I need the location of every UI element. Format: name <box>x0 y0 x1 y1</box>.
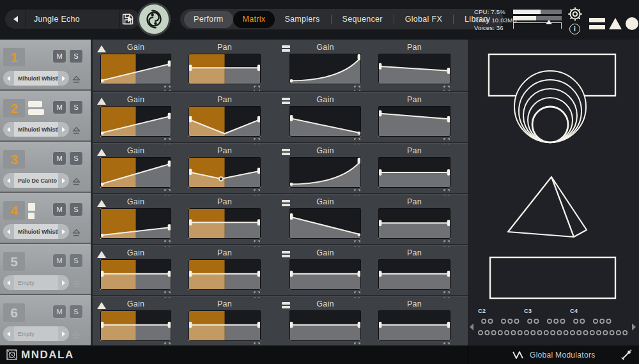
next-sample-arrow-icon[interactable] <box>58 71 69 86</box>
output-meters[interactable] <box>513 10 562 29</box>
solo-button[interactable]: S <box>69 254 83 268</box>
ram-stat: RAM: 10.03MB <box>474 17 517 25</box>
gain-curve-cell[interactable] <box>289 310 361 341</box>
preset-name-field[interactable]: Jungle Echo <box>26 10 119 29</box>
tab-matrix[interactable]: Matrix <box>233 11 275 28</box>
gain-curve-cell[interactable] <box>100 157 171 188</box>
prev-sample-arrow-icon[interactable] <box>3 275 14 290</box>
pan-label: Pan <box>378 146 450 155</box>
mute-button[interactable]: M <box>52 49 66 63</box>
pan-curve-cell[interactable] <box>189 106 261 137</box>
slot-preset-selector[interactable]: Empty <box>3 326 69 341</box>
gain-curve-cell[interactable] <box>289 106 361 137</box>
tab-sequencer[interactable]: Sequencer <box>333 11 392 28</box>
tab-separator <box>331 15 332 24</box>
pan-label: Pan <box>378 197 450 206</box>
gain-curve-cell[interactable] <box>100 54 171 84</box>
gain-curve-cell[interactable] <box>100 208 171 239</box>
save-preset-icon[interactable] <box>121 13 134 28</box>
pan-label: Pan <box>189 146 261 155</box>
pan-curve-cell[interactable] <box>378 106 450 137</box>
modulation-matrix: GainPanGainPanGainPanGainPanGainPanGainP… <box>93 40 468 345</box>
eject-icon[interactable] <box>72 75 81 86</box>
pan-label: Pan <box>189 95 261 104</box>
mute-button[interactable]: M <box>52 100 66 114</box>
mute-button[interactable]: M <box>52 202 66 216</box>
pan-curve-cell[interactable] <box>378 208 450 239</box>
gain-curve-cell[interactable] <box>289 259 361 290</box>
pan-curve-cell[interactable] <box>189 208 261 239</box>
range-marker-icon[interactable] <box>546 20 552 24</box>
gain-curve-cell[interactable] <box>289 157 361 188</box>
pan-curve-cell[interactable] <box>378 54 450 84</box>
gain-label: Gain <box>289 248 361 257</box>
solo-button[interactable]: S <box>69 49 83 63</box>
sampler-slot-6: 6MSEmpty <box>0 295 91 346</box>
cpu-stat: CPU: 7.5% <box>474 8 517 17</box>
pan-curve-cell[interactable] <box>378 259 450 290</box>
eject-icon[interactable] <box>72 279 81 291</box>
prev-sample-arrow-icon[interactable] <box>3 122 14 137</box>
solo-button[interactable]: S <box>69 100 83 114</box>
gain-curve-cell[interactable] <box>289 208 361 239</box>
info-icon[interactable]: i <box>569 24 580 34</box>
slot-number: 5 <box>3 252 25 271</box>
solo-button[interactable]: S <box>69 202 83 216</box>
matrix-row-3: GainPanGainPan <box>93 142 468 193</box>
prev-sample-arrow-icon[interactable] <box>3 224 14 239</box>
pan-curve-cell[interactable] <box>189 157 261 188</box>
sampler-slot-1: 1MSMihuioti Whistle S... <box>0 40 91 91</box>
pan-curve-cell[interactable] <box>189 310 261 341</box>
eject-icon[interactable] <box>72 228 81 239</box>
settings-gear-icon[interactable] <box>567 6 583 25</box>
next-sample-arrow-icon[interactable] <box>58 173 69 188</box>
pan-curve-cell[interactable] <box>189 259 261 290</box>
gain-curve-cell[interactable] <box>100 310 171 341</box>
svg-text:C3: C3 <box>524 307 532 314</box>
next-sample-arrow-icon[interactable] <box>58 122 69 137</box>
next-sample-arrow-icon[interactable] <box>58 326 69 341</box>
mute-button[interactable]: M <box>52 305 66 319</box>
prev-preset-button[interactable] <box>5 10 26 29</box>
eject-icon[interactable] <box>72 330 81 342</box>
gain-curve-cell[interactable] <box>100 259 171 290</box>
tab-separator <box>394 15 394 24</box>
slot-preset-selector[interactable]: Palo De Canto Sh... <box>3 173 69 188</box>
slot-preset-selector[interactable]: Mihuioti Whistle S... <box>3 71 69 86</box>
slot-preset-selector[interactable]: Empty <box>3 275 69 290</box>
slot-preset-selector[interactable]: Mihuioti Whistle S... <box>3 224 69 239</box>
modulation-patch-icon[interactable] <box>620 349 632 361</box>
mntra-logo[interactable] <box>137 3 171 36</box>
prev-sample-arrow-icon[interactable] <box>3 173 14 188</box>
prev-sample-arrow-icon[interactable] <box>3 326 14 341</box>
slot-preset-name: Empty <box>14 326 58 341</box>
tab-global-fx[interactable]: Global FX <box>396 11 452 28</box>
solo-button[interactable]: S <box>69 151 83 165</box>
left-arrow-icon <box>13 16 18 22</box>
preset-navigator: Jungle Echo <box>5 10 140 29</box>
gain-curve-cell[interactable] <box>289 54 361 84</box>
mndala-plugin-window: Jungle Echo PerformMatrixSamplersSequenc… <box>0 0 639 364</box>
prev-sample-arrow-icon[interactable] <box>3 71 14 86</box>
mute-button[interactable]: M <box>52 151 66 165</box>
meter-bar-2 <box>513 16 562 20</box>
range-slider[interactable] <box>513 22 562 29</box>
mute-button[interactable]: M <box>52 254 66 268</box>
next-sample-arrow-icon[interactable] <box>58 275 69 290</box>
eject-icon[interactable] <box>72 177 81 188</box>
slot-number: 4 <box>3 201 25 220</box>
tab-perform[interactable]: Perform <box>184 11 233 28</box>
slot-preset-selector[interactable]: Mihuioti Whistle F... <box>3 122 69 137</box>
global-modulators-bar[interactable]: Global Modulators <box>468 345 639 364</box>
solo-button[interactable]: S <box>69 305 83 319</box>
eject-icon[interactable] <box>72 126 81 137</box>
matrix-row-5: GainPanGainPan <box>93 244 468 295</box>
next-sample-arrow-icon[interactable] <box>58 224 69 239</box>
pan-curve-cell[interactable] <box>378 310 450 341</box>
pan-curve-cell[interactable] <box>378 157 450 188</box>
pan-curve-cell[interactable] <box>189 54 261 84</box>
gain-curve-cell[interactable] <box>100 106 171 137</box>
brand-bars-icon <box>589 15 605 32</box>
slot-number: 2 <box>3 99 25 118</box>
tab-samplers[interactable]: Samplers <box>275 11 329 28</box>
